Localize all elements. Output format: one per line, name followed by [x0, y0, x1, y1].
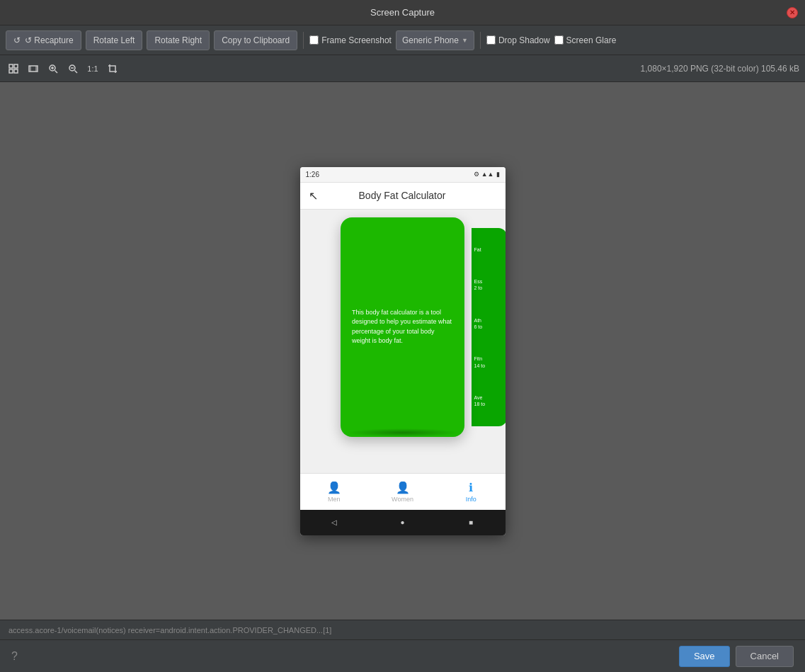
- cancel-button[interactable]: Cancel: [736, 646, 794, 667]
- bottom-status-bar: access.acore-1/voicemail(notices) receiv…: [0, 620, 805, 639]
- zoom-controls: 1:1: [6, 61, 120, 76]
- copy-clipboard-button[interactable]: Copy to Clipboard: [214, 30, 297, 50]
- status-message: access.acore-1/voicemail(notices) receiv…: [8, 626, 331, 634]
- women-icon: 👤: [396, 481, 410, 494]
- nav-women[interactable]: 👤 Women: [368, 481, 437, 503]
- toolbar-separator-1: [303, 32, 304, 49]
- status-bar: 1:26 ⚙ ▲▲ ▮: [300, 167, 506, 183]
- close-button[interactable]: ✕: [787, 7, 798, 18]
- svg-rect-3: [14, 69, 18, 73]
- phone-mockup: 1:26 ⚙ ▲▲ ▮ ↖ Body Fat Calculator This b…: [300, 167, 506, 535]
- app-bar: ↖ Body Fat Calculator: [300, 183, 506, 210]
- recapture-button[interactable]: ↺ ↺ Recapture: [6, 30, 81, 50]
- zoom-out-icon[interactable]: [65, 61, 81, 76]
- side-card: Fat Ess 2 to Ath 6 to Fitn 14 to: [472, 228, 506, 426]
- rotate-left-button[interactable]: Rotate Left: [86, 30, 143, 50]
- recapture-icon: ↺: [13, 35, 21, 45]
- phone-content: This body fat calculator is a tool desig…: [300, 210, 506, 473]
- card-description: This body fat calculator is a tool desig…: [352, 308, 453, 346]
- battery-icon: ▮: [496, 171, 500, 178]
- phone-model-label: Generic Phone: [402, 35, 459, 45]
- screen-glare-label: Screen Glare: [566, 35, 617, 45]
- help-icon[interactable]: ?: [11, 650, 18, 663]
- drop-shadow-group: Drop Shadow: [486, 35, 550, 45]
- main-info-card: This body fat calculator is a tool desig…: [341, 217, 464, 437]
- svg-rect-0: [9, 64, 13, 68]
- back-button[interactable]: ↖: [309, 189, 318, 203]
- side-card-athletic: Ath 6 to: [474, 317, 504, 330]
- screen-glare-group: Screen Glare: [554, 35, 617, 45]
- women-label: Women: [392, 496, 413, 503]
- nav-men[interactable]: 👤 Men: [300, 481, 369, 503]
- frame-screenshot-checkbox[interactable]: [309, 35, 319, 45]
- svg-line-8: [55, 70, 58, 73]
- phone-model-dropdown[interactable]: Generic Phone ▼: [396, 30, 474, 50]
- title-bar: Screen Capture ✕: [0, 0, 805, 25]
- bottom-nav: 👤 Men 👤 Women ℹ Info: [300, 473, 506, 510]
- frame-screenshot-label: Frame Screenshot: [321, 35, 392, 45]
- image-info: 1,080×1,920 PNG (32-bit color) 105.46 kB: [641, 64, 799, 74]
- android-home-btn[interactable]: ●: [395, 516, 409, 530]
- rotate-right-label: Rotate Right: [154, 35, 202, 45]
- phone-screen: 1:26 ⚙ ▲▲ ▮ ↖ Body Fat Calculator This b…: [300, 167, 506, 535]
- android-back-btn[interactable]: ◁: [327, 516, 341, 530]
- save-button[interactable]: Save: [679, 646, 730, 667]
- side-card-average: Ave 18 to: [474, 394, 504, 407]
- svg-line-12: [75, 70, 78, 73]
- rotate-right-button[interactable]: Rotate Right: [147, 30, 210, 50]
- zoom-reset-icon[interactable]: 1:1: [85, 61, 101, 76]
- side-card-fat: Fat: [474, 246, 504, 253]
- status-icons: ⚙ ▲▲ ▮: [474, 171, 500, 178]
- android-recents-btn[interactable]: ■: [464, 516, 478, 530]
- drop-shadow-checkbox[interactable]: [486, 35, 496, 45]
- side-card-fitness: Fitn 14 to: [474, 355, 504, 368]
- nav-info[interactable]: ℹ Info: [437, 481, 506, 503]
- status-time: 1:26: [306, 171, 319, 178]
- secondary-toolbar: 1:1 1,080×1,920 PNG (32-bit color) 105.4…: [0, 55, 805, 82]
- screen-glare-checkbox[interactable]: [554, 35, 564, 45]
- settings-icon: ⚙: [474, 171, 479, 178]
- men-icon: 👤: [327, 481, 341, 494]
- close-icon: ✕: [789, 8, 795, 16]
- copy-label: Copy to Clipboard: [222, 35, 290, 45]
- side-card-essential: Ess 2 to: [474, 278, 504, 291]
- dropdown-arrow-icon: ▼: [462, 37, 468, 44]
- rotate-left-label: Rotate Left: [93, 35, 135, 45]
- app-title: Body Fat Calculator: [325, 190, 480, 201]
- zoom-in-icon[interactable]: [45, 61, 61, 76]
- fit-width-icon[interactable]: [25, 61, 41, 76]
- toolbar-separator-2: [480, 32, 481, 49]
- svg-rect-1: [14, 64, 18, 68]
- window-title: Screen Capture: [370, 7, 435, 18]
- canvas-area: 1:26 ⚙ ▲▲ ▮ ↖ Body Fat Calculator This b…: [0, 82, 805, 620]
- bottom-action-bar: ? Save Cancel: [0, 639, 805, 672]
- info-icon: ℹ: [469, 481, 473, 494]
- crop-icon[interactable]: [105, 61, 120, 76]
- android-nav-bar: ◁ ● ■: [300, 510, 506, 535]
- card-shadow: [346, 428, 459, 437]
- card-area: This body fat calculator is a tool desig…: [300, 224, 506, 431]
- svg-rect-2: [9, 69, 13, 73]
- men-label: Men: [328, 496, 341, 503]
- signal-icon: ▲▲: [481, 171, 494, 178]
- drop-shadow-label: Drop Shadow: [498, 35, 550, 45]
- info-label: Info: [466, 496, 476, 503]
- fit-all-icon[interactable]: [6, 61, 21, 76]
- main-toolbar: ↺ ↺ Recapture Rotate Left Rotate Right C…: [0, 25, 805, 55]
- frame-screenshot-group: Frame Screenshot: [309, 35, 392, 45]
